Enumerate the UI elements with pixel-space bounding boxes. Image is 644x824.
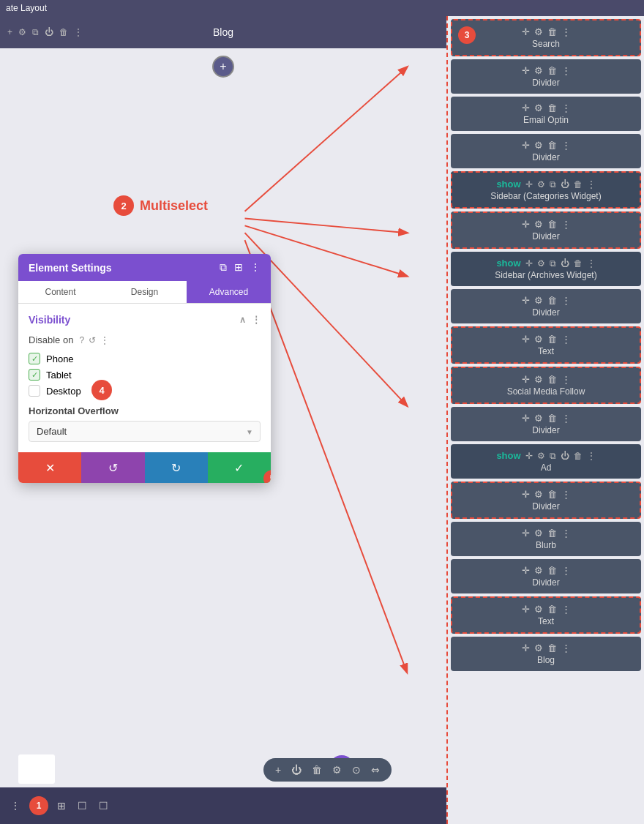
w-dots-icon[interactable]: ⋮	[587, 451, 596, 461]
widget-search[interactable]: 3 ✛ ⚙ 🗑 ⋮ Search	[451, 19, 641, 56]
phone-checkbox[interactable]: ✓	[29, 353, 40, 364]
widget-divider4[interactable]: ✛ ⚙ 🗑 ⋮ Divider	[451, 289, 641, 323]
w-gear-icon[interactable]: ⚙	[534, 295, 543, 306]
w-copy-icon[interactable]: ⧉	[550, 179, 556, 190]
w-gear-icon[interactable]: ⚙	[534, 528, 543, 539]
grid-icon[interactable]: ⊞	[234, 261, 243, 274]
widget-blurb[interactable]: ✛ ⚙ 🗑 ⋮ Blurb	[451, 522, 641, 556]
add-section-button[interactable]: +	[212, 56, 234, 78]
w-dots-icon[interactable]: ⋮	[587, 179, 596, 190]
help-icon[interactable]: ?	[79, 335, 84, 345]
chevron-up-icon[interactable]: ∧	[239, 315, 246, 325]
reset-icon[interactable]: ↺	[89, 335, 96, 345]
widget-divider6[interactable]: ✛ ⚙ 🗑 ⋮ Divider	[451, 482, 641, 519]
w-trash-icon[interactable]: 🗑	[547, 374, 557, 385]
w-copy-icon[interactable]: ⧉	[550, 451, 556, 461]
trash-icon[interactable]: 🗑	[59, 27, 68, 37]
expand-icon[interactable]: ⧉	[220, 261, 227, 274]
w-trash-icon[interactable]: 🗑	[547, 140, 557, 151]
tab-advanced[interactable]: Advanced	[187, 281, 271, 303]
widget-social-media[interactable]: ✛ ⚙ 🗑 ⋮ Social Media Follow	[451, 367, 641, 404]
w-trash-icon[interactable]: 🗑	[574, 258, 583, 269]
w-gear-icon[interactable]: ⚙	[534, 140, 543, 151]
w-move-icon[interactable]: ✛	[522, 489, 530, 500]
ft-circle-icon[interactable]: ⊙	[352, 764, 361, 776]
w-dots-icon[interactable]: ⋮	[561, 65, 571, 76]
bottom-mobile-icon[interactable]: ☐	[96, 797, 111, 814]
w-move-icon[interactable]: ✛	[522, 65, 530, 76]
cancel-button[interactable]: ✕	[18, 452, 81, 483]
desktop-checkbox[interactable]	[29, 385, 40, 397]
w-power-icon[interactable]: ⏻	[561, 179, 569, 190]
tab-design[interactable]: Design	[102, 281, 187, 303]
w-trash-icon[interactable]: 🗑	[547, 65, 557, 76]
ft-plus-icon[interactable]: +	[275, 764, 281, 776]
widget-sidebar-categories[interactable]: show ✛ ⚙ ⧉ ⏻ 🗑 ⋮ Sidebar (Categories Wid…	[451, 171, 641, 209]
ft-gear-icon[interactable]: ⚙	[332, 764, 342, 776]
w-move-icon[interactable]: ✛	[522, 26, 530, 37]
w-trash-icon[interactable]: 🗑	[547, 528, 557, 539]
more-options-icon[interactable]: ⋮	[100, 335, 109, 345]
w-dots-icon[interactable]: ⋮	[561, 604, 571, 615]
w-dots-icon[interactable]: ⋮	[561, 140, 571, 151]
w-move-icon[interactable]: ✛	[522, 528, 530, 539]
w-gear-icon[interactable]: ⚙	[537, 258, 545, 269]
widget-email-optin[interactable]: ✛ ⚙ 🗑 ⋮ Email Optin	[451, 97, 641, 131]
w-dots-icon[interactable]: ⋮	[561, 565, 571, 576]
w-trash-icon[interactable]: 🗑	[547, 604, 557, 615]
w-trash-icon[interactable]: 🗑	[547, 565, 557, 576]
w-gear-icon[interactable]: ⚙	[534, 413, 543, 424]
undo-button[interactable]: ↺	[81, 452, 144, 483]
w-move-icon[interactable]: ✛	[525, 179, 533, 190]
w-dots-icon[interactable]: ⋮	[561, 528, 571, 539]
section-dots-icon[interactable]: ⋮	[252, 315, 261, 325]
w-dots-icon[interactable]: ⋮	[561, 295, 571, 306]
widget-divider3[interactable]: ✛ ⚙ 🗑 ⋮ Divider	[451, 211, 641, 249]
widget-divider5[interactable]: ✛ ⚙ 🗑 ⋮ Divider	[451, 407, 641, 441]
ft-resize-icon[interactable]: ⇔	[371, 764, 380, 776]
dots-icon[interactable]: ⋮	[74, 27, 83, 37]
bottom-dots-icon[interactable]: ⋮	[7, 797, 23, 814]
w-dots-icon[interactable]: ⋮	[561, 413, 571, 424]
w-trash-icon[interactable]: 🗑	[547, 334, 557, 345]
widget-blog[interactable]: ✛ ⚙ 🗑 ⋮ Blog	[451, 637, 641, 671]
confirm-button[interactable]: ✓ 5	[208, 452, 271, 483]
bottom-active-num[interactable]: 1	[29, 796, 48, 815]
w-move-icon[interactable]: ✛	[522, 565, 530, 576]
widget-text1[interactable]: ✛ ⚙ 🗑 ⋮ Text	[451, 326, 641, 364]
bottom-grid-icon[interactable]: ⊞	[54, 797, 69, 814]
w-move-icon[interactable]: ✛	[522, 643, 530, 653]
w-dots-icon[interactable]: ⋮	[561, 489, 571, 500]
w-trash-icon[interactable]: 🗑	[547, 26, 557, 37]
w-gear-icon[interactable]: ⚙	[534, 565, 543, 576]
w-trash-icon[interactable]: 🗑	[547, 643, 557, 653]
w-move-icon[interactable]: ✛	[522, 413, 530, 424]
w-gear-icon[interactable]: ⚙	[534, 604, 543, 615]
w-gear-icon[interactable]: ⚙	[534, 643, 543, 653]
w-power-icon[interactable]: ⏻	[561, 258, 569, 269]
redo-button[interactable]: ↻	[145, 452, 208, 483]
plus-icon[interactable]: +	[7, 27, 12, 37]
w-move-icon[interactable]: ✛	[522, 334, 530, 345]
widget-ad[interactable]: show ✛ ⚙ ⧉ ⏻ 🗑 ⋮ Ad	[451, 444, 641, 479]
tab-content[interactable]: Content	[18, 281, 102, 303]
w-trash-icon[interactable]: 🗑	[547, 489, 557, 500]
w-trash-icon[interactable]: 🗑	[547, 413, 557, 424]
w-move-icon[interactable]: ✛	[522, 295, 530, 306]
w-gear-icon[interactable]: ⚙	[534, 374, 543, 385]
widget-divider1[interactable]: ✛ ⚙ 🗑 ⋮ Divider	[451, 59, 641, 94]
widget-divider2[interactable]: ✛ ⚙ 🗑 ⋮ Divider	[451, 134, 641, 168]
power-icon[interactable]: ⏻	[45, 27, 53, 37]
ft-trash-icon[interactable]: 🗑	[312, 764, 322, 776]
widget-sidebar-archives[interactable]: show ✛ ⚙ ⧉ ⏻ 🗑 ⋮ Sidebar (Archives Widge…	[451, 252, 641, 286]
w-gear-icon[interactable]: ⚙	[534, 102, 543, 113]
overflow-select-wrapper[interactable]: Default Hidden Scroll Auto Visible ▼	[29, 421, 261, 442]
w-move-icon[interactable]: ✛	[525, 258, 533, 269]
ft-power-icon[interactable]: ⏻	[291, 764, 302, 776]
w-dots-icon[interactable]: ⋮	[561, 26, 571, 37]
copy-icon[interactable]: ⧉	[32, 27, 39, 37]
w-gear-icon[interactable]: ⚙	[534, 219, 543, 230]
overflow-select[interactable]: Default Hidden Scroll Auto Visible	[29, 421, 261, 442]
w-dots-icon[interactable]: ⋮	[561, 643, 571, 653]
w-gear-icon[interactable]: ⚙	[534, 65, 543, 76]
